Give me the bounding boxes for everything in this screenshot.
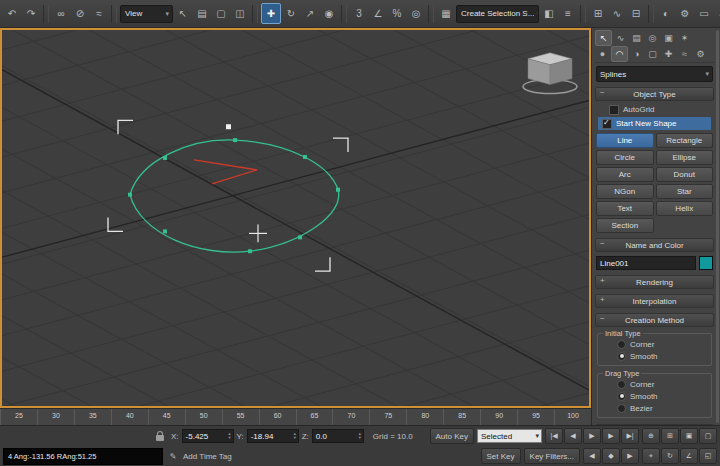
spline-vertex[interactable]: [163, 156, 167, 160]
shape-button-line[interactable]: Line: [596, 133, 654, 148]
timeline-tick[interactable]: 45: [148, 409, 185, 425]
geometry-category-icon[interactable]: ●: [595, 47, 610, 61]
select-scale-icon[interactable]: ↗: [301, 4, 319, 23]
snap-toggle-3d-icon[interactable]: 3: [350, 4, 368, 23]
pan-view-icon[interactable]: ⌖: [642, 448, 660, 464]
initial-type-corner-radio[interactable]: Corner: [601, 338, 708, 350]
modify-tab-icon[interactable]: ∿: [613, 31, 628, 45]
zoom-all-icon[interactable]: ⊞: [661, 428, 679, 444]
next-key-button[interactable]: ▶: [621, 448, 639, 464]
spline-vertex[interactable]: [128, 193, 132, 197]
rollout-creation-method[interactable]: − Creation Method: [595, 313, 714, 327]
rollout-rendering[interactable]: + Rendering: [595, 275, 714, 289]
select-move-icon[interactable]: ✚: [261, 3, 281, 24]
selection-region-icon[interactable]: ▢: [212, 4, 230, 23]
timeline-tick[interactable]: 50: [185, 409, 222, 425]
timeline-tick[interactable]: 65: [296, 409, 333, 425]
previous-key-button[interactable]: ◀: [583, 448, 601, 464]
edit-named-selections-icon[interactable]: ▦: [437, 4, 455, 23]
object-color-swatch[interactable]: [699, 256, 713, 270]
cameras-category-icon[interactable]: ▢: [645, 47, 660, 61]
spinner-icon[interactable]: ▲▼: [358, 432, 362, 440]
utilities-tab-icon[interactable]: ✶: [677, 31, 692, 45]
shape-button-text[interactable]: Text: [596, 201, 654, 216]
rollout-name-and-color[interactable]: − Name and Color: [595, 238, 714, 252]
window-crossing-icon[interactable]: ◫: [231, 4, 249, 23]
timeline-tick[interactable]: 85: [443, 409, 480, 425]
space-warps-category-icon[interactable]: ≈: [677, 47, 692, 61]
initial-type-smooth-radio[interactable]: Smooth: [601, 350, 708, 362]
x-coord-field[interactable]: -5.425▲▼: [182, 429, 234, 443]
spinner-icon[interactable]: ▲▼: [293, 432, 297, 440]
spline-vertex[interactable]: [163, 229, 167, 233]
panel-scrollbar[interactable]: [716, 30, 719, 423]
drag-type-corner-radio[interactable]: Corner: [601, 378, 708, 390]
timeline-tick[interactable]: 70: [332, 409, 369, 425]
shape-button-circle[interactable]: Circle: [596, 150, 654, 165]
autogrid-checkbox-row[interactable]: AutoGrid: [595, 103, 714, 116]
shapes-category-icon[interactable]: ◠: [611, 46, 628, 62]
unlink-selection-icon[interactable]: ⊘: [71, 4, 89, 23]
shape-button-rectangle[interactable]: Rectangle: [656, 133, 714, 148]
next-frame-button[interactable]: ▶: [602, 428, 620, 444]
mirror-icon[interactable]: ◧: [540, 4, 558, 23]
selected-filter-dropdown[interactable]: Selected▾: [477, 429, 542, 443]
timeline-track-bar[interactable]: 253035404550556065707580859095100: [0, 408, 591, 425]
systems-category-icon[interactable]: ⚙: [693, 47, 708, 61]
field-of-view-icon[interactable]: ∠: [680, 448, 698, 464]
spline-vertex[interactable]: [233, 138, 237, 142]
use-pivot-center-icon[interactable]: ◉: [320, 4, 338, 23]
selection-filter-dropdown[interactable]: View▾: [120, 5, 173, 23]
drag-type-smooth-radio[interactable]: Smooth: [601, 390, 708, 402]
lights-category-icon[interactable]: ◑: [629, 47, 644, 61]
shape-class-dropdown[interactable]: Splines ▾: [596, 66, 713, 82]
go-to-end-button[interactable]: ▶|: [621, 428, 639, 444]
spinner-icon[interactable]: ▲▼: [228, 432, 232, 440]
selection-lock-toggle[interactable]: [152, 429, 168, 443]
redo-icon[interactable]: ↷: [22, 4, 40, 23]
timeline-tick[interactable]: 35: [74, 409, 111, 425]
select-object-icon[interactable]: ↖: [174, 4, 192, 23]
perspective-viewport[interactable]: [0, 28, 591, 408]
z-coord-field[interactable]: 0.0▲▼: [312, 429, 364, 443]
display-tab-icon[interactable]: ▣: [661, 31, 676, 45]
y-coord-field[interactable]: -18.94▲▼: [247, 429, 299, 443]
zoom-extents-icon[interactable]: ▣: [680, 428, 698, 444]
timeline-tick[interactable]: 90: [480, 409, 517, 425]
render-production-icon[interactable]: ♨: [714, 4, 720, 23]
timeline-tick[interactable]: 40: [111, 409, 148, 425]
maximize-viewport-icon[interactable]: ◱: [699, 448, 717, 464]
timeline-tick[interactable]: 30: [37, 409, 74, 425]
helpers-category-icon[interactable]: ✚: [661, 47, 676, 61]
timeline-tick[interactable]: 25: [0, 409, 37, 425]
shape-button-ellipse[interactable]: Ellipse: [656, 150, 714, 165]
material-editor-icon[interactable]: ◐: [657, 4, 675, 23]
zoom-region-icon[interactable]: ▢: [699, 428, 717, 444]
zoom-icon[interactable]: ⊕: [642, 428, 660, 444]
set-key-button[interactable]: Set Key: [481, 448, 521, 464]
percent-snap-icon[interactable]: %: [388, 4, 406, 23]
auto-key-button[interactable]: Auto Key: [430, 428, 474, 444]
rendered-frame-icon[interactable]: ▭: [695, 4, 713, 23]
spline-vertex[interactable]: [248, 249, 252, 253]
rollout-keyboard-entry[interactable]: + Keyboard Entry: [595, 424, 714, 425]
undo-icon[interactable]: ↶: [3, 4, 21, 23]
previous-frame-button[interactable]: ◀: [564, 428, 582, 444]
object-name-field[interactable]: Line001: [596, 256, 696, 270]
create-tab-icon[interactable]: ↖: [595, 30, 612, 46]
key-filters-button[interactable]: Key Filters...: [524, 448, 580, 464]
select-by-name-icon[interactable]: ▤: [193, 4, 211, 23]
schematic-view-icon[interactable]: ⊟: [627, 4, 645, 23]
shape-button-arc[interactable]: Arc: [596, 167, 654, 182]
spline-vertex[interactable]: [336, 188, 340, 192]
spline-vertex[interactable]: [303, 155, 307, 159]
play-button[interactable]: ▶: [583, 428, 601, 444]
timeline-tick[interactable]: 80: [406, 409, 443, 425]
timeline-tick[interactable]: 60: [259, 409, 296, 425]
spline-vertex[interactable]: [298, 235, 302, 239]
time-tag-icon[interactable]: ✎: [166, 450, 180, 463]
layer-manager-icon[interactable]: ⊞: [589, 4, 607, 23]
shape-button-ngon[interactable]: NGon: [596, 184, 654, 199]
timeline-tick[interactable]: 100: [554, 409, 591, 425]
key-mode-toggle[interactable]: ◆: [602, 448, 620, 464]
